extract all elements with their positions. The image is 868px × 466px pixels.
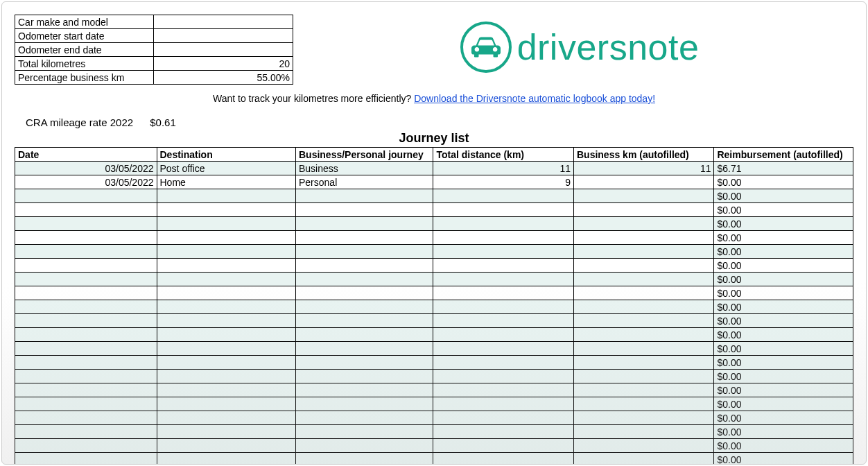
cell-date[interactable]: 03/05/2022 xyxy=(15,175,157,189)
cell-date[interactable] xyxy=(15,453,157,465)
cell-distance[interactable] xyxy=(433,259,574,273)
cell-date[interactable] xyxy=(15,383,157,397)
cell-reimbursement: $0.00 xyxy=(714,453,853,465)
cell-date[interactable] xyxy=(15,342,157,356)
cell-destination[interactable] xyxy=(157,231,295,245)
cell-date[interactable] xyxy=(15,425,157,439)
cell-destination[interactable] xyxy=(157,356,295,370)
cell-date[interactable] xyxy=(15,273,157,286)
cell-type[interactable] xyxy=(295,356,433,370)
cell-date[interactable] xyxy=(15,300,157,314)
cell-destination[interactable] xyxy=(157,411,295,425)
cell-destination[interactable] xyxy=(157,370,295,383)
cell-distance[interactable] xyxy=(433,397,574,411)
cell-distance[interactable] xyxy=(433,453,574,465)
cell-type[interactable]: Personal xyxy=(295,175,433,189)
cell-type[interactable] xyxy=(295,383,433,397)
cell-distance[interactable] xyxy=(433,314,574,328)
cell-business-km xyxy=(573,453,714,465)
cell-type[interactable] xyxy=(295,231,433,245)
cell-distance[interactable] xyxy=(433,286,574,300)
cell-distance[interactable] xyxy=(433,300,574,314)
cell-date[interactable] xyxy=(15,314,157,328)
cell-type[interactable] xyxy=(295,259,433,273)
cell-type[interactable] xyxy=(295,342,433,356)
cell-distance[interactable] xyxy=(433,328,574,342)
cell-date[interactable] xyxy=(15,411,157,425)
cell-distance[interactable] xyxy=(433,245,574,259)
cell-date[interactable] xyxy=(15,189,157,203)
cell-date[interactable] xyxy=(15,356,157,370)
cell-type[interactable] xyxy=(295,453,433,465)
cell-type[interactable] xyxy=(295,217,433,231)
summary-value[interactable] xyxy=(154,43,293,57)
cell-distance[interactable] xyxy=(433,217,574,231)
cell-date[interactable] xyxy=(15,217,157,231)
cell-destination[interactable] xyxy=(157,397,295,411)
cell-type[interactable] xyxy=(295,397,433,411)
cell-type[interactable] xyxy=(295,300,433,314)
cell-destination[interactable] xyxy=(157,286,295,300)
cell-distance[interactable] xyxy=(433,370,574,383)
cell-type[interactable] xyxy=(295,273,433,286)
cell-business-km xyxy=(573,245,714,259)
cell-destination[interactable]: Post office xyxy=(157,162,295,175)
cell-distance[interactable] xyxy=(433,231,574,245)
cell-date[interactable] xyxy=(15,439,157,453)
cell-destination[interactable] xyxy=(157,439,295,453)
summary-value[interactable] xyxy=(154,15,293,29)
cell-date[interactable] xyxy=(15,203,157,217)
cell-destination[interactable] xyxy=(157,425,295,439)
cell-type[interactable] xyxy=(295,203,433,217)
cell-date[interactable] xyxy=(15,370,157,383)
cell-date[interactable] xyxy=(15,231,157,245)
summary-value[interactable]: 55.00% xyxy=(154,71,293,85)
summary-value[interactable] xyxy=(154,29,293,43)
cell-destination[interactable] xyxy=(157,259,295,273)
cell-date[interactable] xyxy=(15,397,157,411)
cell-distance[interactable] xyxy=(433,189,574,203)
cell-date[interactable]: 03/05/2022 xyxy=(15,162,157,175)
cell-reimbursement: $0.00 xyxy=(714,397,853,411)
cell-type[interactable] xyxy=(295,370,433,383)
cell-distance[interactable]: 11 xyxy=(433,162,574,175)
cell-destination[interactable] xyxy=(157,189,295,203)
cell-distance[interactable] xyxy=(433,273,574,286)
cell-type[interactable] xyxy=(295,245,433,259)
cell-type[interactable]: Business xyxy=(295,162,433,175)
cell-destination[interactable] xyxy=(157,203,295,217)
cell-destination[interactable] xyxy=(157,300,295,314)
cell-business-km xyxy=(573,383,714,397)
cell-distance[interactable] xyxy=(433,439,574,453)
cell-type[interactable] xyxy=(295,189,433,203)
cell-destination[interactable] xyxy=(157,314,295,328)
cell-type[interactable] xyxy=(295,411,433,425)
cell-destination[interactable] xyxy=(157,328,295,342)
cell-type[interactable] xyxy=(295,328,433,342)
cell-distance[interactable] xyxy=(433,342,574,356)
cell-destination[interactable] xyxy=(157,383,295,397)
cell-destination[interactable] xyxy=(157,245,295,259)
cell-destination[interactable]: Home xyxy=(157,175,295,189)
cell-distance[interactable] xyxy=(433,383,574,397)
cell-distance[interactable] xyxy=(433,425,574,439)
cell-destination[interactable] xyxy=(157,273,295,286)
cell-type[interactable] xyxy=(295,286,433,300)
cell-date[interactable] xyxy=(15,245,157,259)
cell-date[interactable] xyxy=(15,328,157,342)
cell-destination[interactable] xyxy=(157,453,295,465)
cell-distance[interactable] xyxy=(433,356,574,370)
cell-date[interactable] xyxy=(15,259,157,273)
cell-type[interactable] xyxy=(295,439,433,453)
journey-row: $0.00 xyxy=(15,231,853,245)
cell-date[interactable] xyxy=(15,286,157,300)
cell-destination[interactable] xyxy=(157,342,295,356)
cell-distance[interactable] xyxy=(433,411,574,425)
cell-distance[interactable] xyxy=(433,203,574,217)
cell-destination[interactable] xyxy=(157,217,295,231)
promo-link[interactable]: Download the Driversnote automatic logbo… xyxy=(414,93,655,104)
summary-value[interactable]: 20 xyxy=(154,57,293,71)
cell-distance[interactable]: 9 xyxy=(433,175,574,189)
cell-type[interactable] xyxy=(295,425,433,439)
cell-type[interactable] xyxy=(295,314,433,328)
